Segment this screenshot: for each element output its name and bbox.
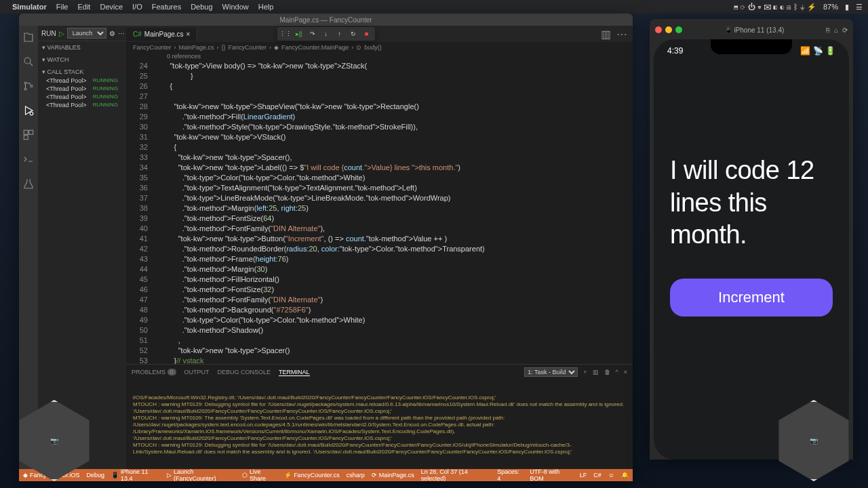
- phone-time: 4:39: [667, 46, 683, 56]
- mac-menubar: Simulator File Edit Device I/O Features …: [0, 0, 868, 14]
- count-label: I will code 12 lines this month.: [670, 155, 833, 251]
- app-name[interactable]: Simulator: [12, 3, 47, 11]
- more-icon[interactable]: ⋯: [118, 30, 125, 37]
- sb-device[interactable]: 📱 iPhone 11 13.4: [111, 468, 160, 481]
- battery-icon: ▮: [845, 3, 849, 12]
- tab-bar: C# MainPage.cs × ▥ ⋯: [126, 26, 633, 42]
- watch-header[interactable]: ▾ WATCH: [42, 55, 122, 64]
- phone-screen: 4:39 📶 📡 🔋 I will code 12 lines this mon…: [654, 39, 849, 460]
- code-editor[interactable]: 2425262728293031323334353637383940414243…: [126, 60, 633, 364]
- menu-window[interactable]: Window: [222, 3, 249, 11]
- webcam-presenter-2: 📷: [773, 400, 854, 481]
- webcam-presenter-1: 📷: [14, 400, 95, 481]
- screenshot-icon[interactable]: ⎘: [826, 26, 830, 34]
- new-terminal-icon[interactable]: +: [583, 369, 587, 375]
- app-content: I will code 12 lines this month. Increme…: [654, 155, 849, 317]
- extensions-icon[interactable]: [22, 129, 35, 141]
- split-editor-icon[interactable]: ▥: [601, 28, 611, 41]
- search-icon[interactable]: [22, 56, 35, 68]
- line-numbers: 2425262728293031323334353637383940414243…: [126, 60, 153, 364]
- svg-point-3: [31, 85, 33, 87]
- thread-row[interactable]: <Thread Pool>RUNNING: [42, 85, 122, 93]
- editor-area: C# MainPage.cs × ▥ ⋯ FancyCounter › Main…: [126, 26, 633, 469]
- menu-edit[interactable]: Edit: [77, 3, 90, 11]
- menu-file[interactable]: File: [56, 3, 68, 11]
- tab-debug-console[interactable]: DEBUG CONSOLE: [218, 369, 271, 375]
- split-terminal-icon[interactable]: ▥: [593, 369, 599, 375]
- run-debug-icon[interactable]: [22, 104, 35, 117]
- menu-debug[interactable]: Debug: [191, 3, 212, 11]
- maximize-icon[interactable]: ^: [616, 369, 618, 375]
- terminal-panel: PROBLEMS 0 OUTPUT DEBUG CONSOLE TERMINAL…: [126, 364, 633, 469]
- close-panel-icon[interactable]: ×: [624, 369, 627, 375]
- sb-bell-icon[interactable]: 🔔: [621, 468, 629, 481]
- sb-eol[interactable]: LF: [580, 468, 587, 481]
- step-over-button[interactable]: ↷: [307, 28, 318, 39]
- increment-button[interactable]: Increment: [670, 279, 833, 317]
- sb-mode[interactable]: C#: [593, 468, 601, 481]
- sb-build[interactable]: ⚡ FancyCounter.cs: [284, 472, 340, 479]
- code-content[interactable]: "tok-type">View body() => "tok-kw">new "…: [153, 60, 633, 364]
- menu-device[interactable]: Device: [100, 3, 123, 11]
- home-icon[interactable]: ⌂: [834, 26, 838, 34]
- tab-problems[interactable]: PROBLEMS 0: [132, 369, 176, 375]
- sb-launch[interactable]: ▷ Launch (FancyCounter): [167, 468, 235, 481]
- thread-row[interactable]: <Thread Pool>RUNNING: [42, 101, 122, 109]
- terminal-shell-select[interactable]: 1: Task - Build: [524, 367, 578, 377]
- phone-statusbar: 4:39 📶 📡 🔋: [654, 46, 849, 56]
- control-center-icon[interactable]: ☰: [856, 3, 863, 12]
- gear-icon[interactable]: ⚙: [109, 30, 115, 37]
- codelens-references[interactable]: 0 references: [126, 53, 633, 60]
- step-into-button[interactable]: ↓: [321, 28, 332, 39]
- more-actions-icon[interactable]: ⋯: [616, 28, 627, 41]
- explorer-icon[interactable]: [22, 31, 35, 43]
- step-out-button[interactable]: ↑: [334, 28, 345, 39]
- breadcrumb[interactable]: FancyCounter › MainPage.cs › {} FancyCou…: [126, 42, 633, 53]
- remote-icon[interactable]: [22, 153, 35, 165]
- battery-pct: 87%: [823, 3, 838, 11]
- sb-spaces[interactable]: Spaces: 4: [497, 468, 523, 481]
- close-icon[interactable]: ×: [186, 30, 191, 38]
- sim-title: 📱 iPhone 11 (13.4): [686, 26, 822, 34]
- sb-encoding[interactable]: UTF-8 with BOM: [530, 468, 573, 481]
- tab-terminal[interactable]: TERMINAL: [279, 369, 310, 376]
- thread-row[interactable]: <Thread Pool>RUNNING: [42, 77, 122, 85]
- svg-point-0: [24, 58, 31, 64]
- phone-indicators: 📶 📡 🔋: [800, 46, 835, 56]
- callstack-header[interactable]: ▾ CALL STACK: [42, 67, 122, 77]
- tab-mainpage[interactable]: C# MainPage.cs ×: [126, 28, 197, 41]
- status-icons[interactable]: ⬒ ⟳ ⏻ ⌨ ✉ ◧ ◐ ⊞ ᛒ ⏚ ⚡: [734, 3, 816, 12]
- launch-config-select[interactable]: Launch: [67, 28, 106, 39]
- tab-output[interactable]: OUTPUT: [184, 369, 210, 375]
- svg-point-2: [24, 88, 26, 90]
- debug-toolbar: ⋮⋮ ▸|| ↷ ↓ ↑ ↻ ■: [277, 27, 375, 41]
- svg-rect-5: [24, 130, 28, 134]
- restart-button[interactable]: ↻: [348, 28, 359, 39]
- sb-liveshare[interactable]: ⬡ Live Share: [242, 468, 277, 481]
- rotate-icon[interactable]: ⟳: [842, 26, 848, 34]
- thread-row[interactable]: <Thread Pool>RUNNING: [42, 93, 122, 101]
- menu-features[interactable]: Features: [152, 3, 181, 11]
- terminal-output[interactable]: l/OS/Facades/Microsoft.Win32.Registry.dl…: [126, 380, 633, 469]
- kill-terminal-icon[interactable]: 🗑: [604, 369, 610, 375]
- window-title: MainPage.cs — FancyCounter: [19, 14, 633, 26]
- test-icon[interactable]: [22, 178, 35, 190]
- menu-help[interactable]: Help: [258, 3, 274, 11]
- traffic-lights[interactable]: [655, 26, 682, 33]
- debug-drag-handle[interactable]: ⋮⋮: [280, 28, 291, 39]
- svg-rect-7: [24, 136, 28, 140]
- continue-button[interactable]: ▸||: [294, 28, 304, 39]
- sb-cursor-pos[interactable]: Ln 28, Col 37 (14 selected): [421, 468, 491, 481]
- run-label: RUN: [41, 30, 56, 37]
- statusbar: ◆ FancyCounter.iOS Debug 📱 iPhone 11 13.…: [19, 469, 633, 481]
- stop-button[interactable]: ■: [361, 28, 372, 39]
- sb-file[interactable]: ⟳ MainPage.cs: [372, 472, 414, 479]
- source-control-icon[interactable]: [22, 80, 35, 92]
- svg-rect-6: [29, 130, 33, 134]
- svg-point-4: [30, 112, 33, 115]
- variables-header[interactable]: ▾ VARIABLES: [42, 43, 122, 52]
- sb-lang[interactable]: csharp: [347, 472, 365, 479]
- start-debug-icon[interactable]: ▷: [59, 30, 64, 37]
- menu-io[interactable]: I/O: [132, 3, 142, 11]
- sb-feedback-icon[interactable]: ☺: [608, 468, 614, 481]
